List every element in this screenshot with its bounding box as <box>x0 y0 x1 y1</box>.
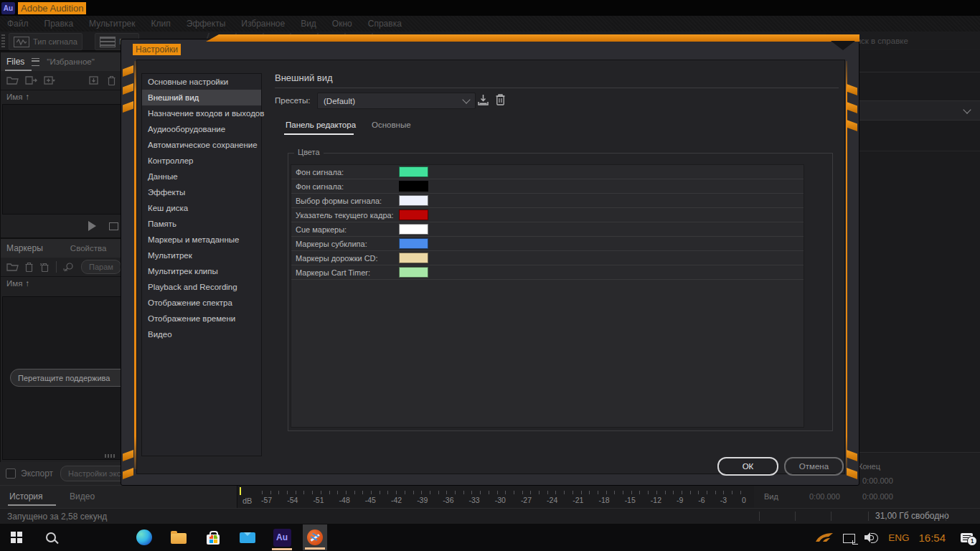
color-swatch[interactable] <box>399 209 428 220</box>
category-item[interactable]: Автоматическое сохранение <box>142 137 261 153</box>
play-icon[interactable] <box>88 221 96 231</box>
color-swatch[interactable] <box>399 224 428 235</box>
color-row[interactable]: Фон сигнала: <box>291 165 804 179</box>
store-button[interactable] <box>201 524 225 551</box>
menu-window[interactable]: Окно <box>332 19 352 29</box>
panel-menu-icon[interactable] <box>32 58 39 66</box>
menu-effects[interactable]: Эффекты <box>187 19 226 29</box>
menu-multitrack[interactable]: Мультитрек <box>89 19 135 29</box>
category-item[interactable]: Контроллер <box>142 153 261 169</box>
screen-recorder-icon <box>307 529 323 545</box>
category-item[interactable]: Отображение спектра <box>142 295 261 311</box>
tab-editor-panel[interactable]: Панель редактора <box>286 121 356 129</box>
category-item[interactable]: Эффекты <box>142 184 261 200</box>
divider <box>56 261 57 273</box>
tab-properties[interactable]: Свойства <box>70 244 107 253</box>
menu-edit[interactable]: Правка <box>44 19 74 29</box>
system-tray: ENG 16:54 1 <box>815 532 980 544</box>
language-indicator[interactable]: ENG <box>888 532 909 543</box>
preset-select[interactable]: (Default) <box>317 93 476 109</box>
edge-browser-icon <box>136 529 152 545</box>
menu-clip[interactable]: Клип <box>151 19 171 29</box>
recorder-taskbar-button[interactable] <box>303 524 327 550</box>
start-button[interactable] <box>4 524 29 551</box>
tab-favorites[interactable]: "Избранное" <box>47 57 94 66</box>
delete-preset-icon[interactable] <box>496 94 505 105</box>
menu-file[interactable]: Файл <box>7 19 29 29</box>
menu-view[interactable]: Вид <box>301 19 316 29</box>
color-swatch[interactable] <box>399 181 428 192</box>
notifications-icon[interactable]: 1 <box>961 533 973 542</box>
meter-ticks <box>262 491 744 494</box>
color-swatch[interactable] <box>399 195 428 206</box>
color-row[interactable]: Выбор формы сигнала: <box>291 194 804 208</box>
menubar: Файл Правка Мультитрек Клип Эффекты Избр… <box>0 16 980 32</box>
category-item[interactable]: Аудиооборудование <box>142 121 261 137</box>
ok-button[interactable]: ОК <box>717 457 778 476</box>
category-item-selected[interactable]: Внешний вид <box>142 90 261 105</box>
category-item[interactable]: Playback and Recording <box>142 279 261 295</box>
category-item[interactable]: Кеш диска <box>142 200 261 216</box>
taskbar-search-button[interactable] <box>39 524 63 551</box>
files-name-column[interactable]: Имя↑ <box>1 90 130 103</box>
save-preset-icon[interactable] <box>477 94 489 106</box>
menu-favorites[interactable]: Избранное <box>241 19 285 29</box>
mail-button[interactable] <box>235 524 260 551</box>
color-row[interactable]: Маркеры Cart Timer: <box>291 265 804 280</box>
waveform-view-button[interactable]: Тип сигнала <box>9 33 83 50</box>
tab-video[interactable]: Видео <box>70 491 95 501</box>
tab-markers[interactable]: Маркеры <box>6 243 43 253</box>
app-title: Adobe Audition <box>18 2 86 14</box>
export-checkbox[interactable] <box>6 468 16 479</box>
color-swatch[interactable] <box>399 238 428 249</box>
volume-icon[interactable] <box>864 532 879 543</box>
tab-general[interactable]: Основные <box>372 121 411 129</box>
category-item[interactable]: Отображение времени <box>142 311 261 326</box>
category-item[interactable]: Мультитрек <box>142 248 261 263</box>
category-item[interactable]: Мультитрек клипы <box>142 263 261 279</box>
category-item[interactable]: Назначение входов и выходов <box>142 105 261 121</box>
audition-taskbar-button[interactable]: Au <box>270 524 294 551</box>
insert-marker-icon[interactable] <box>6 263 19 271</box>
edge-button[interactable] <box>132 524 156 551</box>
color-swatch[interactable] <box>399 166 428 177</box>
save-all-icon[interactable] <box>89 76 101 85</box>
import-file-icon[interactable] <box>25 76 37 85</box>
zoom-to-marker-icon[interactable] <box>63 263 75 272</box>
export-settings-button[interactable]: Настройки экс <box>60 466 128 481</box>
menu-help[interactable]: Справка <box>368 19 402 29</box>
trash-icon[interactable] <box>108 76 116 85</box>
meter-peak-indicator <box>240 487 241 495</box>
cancel-button[interactable]: Отмена <box>784 457 844 476</box>
tab-history[interactable]: История <box>9 491 43 501</box>
color-row[interactable]: Cue маркеры: <box>291 222 804 237</box>
color-row[interactable]: Фон сигнала: <box>291 179 804 194</box>
delete-marker-icon[interactable] <box>25 263 33 272</box>
rog-icon[interactable] <box>815 532 834 543</box>
delete-all-markers-icon[interactable] <box>39 263 50 272</box>
color-swatch[interactable] <box>399 253 428 263</box>
color-row[interactable]: Маркеры дорожки CD: <box>291 251 804 265</box>
marker-params-button[interactable]: Парам <box>81 260 121 274</box>
toolbar-grip[interactable] <box>1 34 5 47</box>
level-meter[interactable]: dB -57-54-51 -48-45-42 -39-36-33 -30-27-… <box>237 485 754 509</box>
loop-playback-icon[interactable] <box>109 222 118 230</box>
color-row[interactable]: Указатель текущего кадра: <box>291 208 804 222</box>
network-icon[interactable] <box>843 534 855 543</box>
tab-files[interactable]: Files <box>6 57 24 67</box>
open-folder-icon[interactable] <box>6 76 19 85</box>
category-item[interactable]: Память <box>142 216 261 232</box>
right-panel-dropdown[interactable] <box>858 100 980 121</box>
scroll-grip[interactable] <box>105 454 116 458</box>
color-swatch[interactable] <box>399 267 428 278</box>
color-row[interactable]: Маркеры субклипа: <box>291 237 804 251</box>
markers-name-column[interactable]: Имя↑ <box>1 277 130 290</box>
new-item-icon[interactable] <box>44 76 56 85</box>
category-item[interactable]: Маркеры и метаданные <box>142 232 261 248</box>
category-item[interactable]: Основные настройки <box>142 74 261 90</box>
file-explorer-button[interactable] <box>166 524 191 551</box>
active-tab-underline <box>8 504 56 506</box>
clock[interactable]: 16:54 <box>918 532 946 544</box>
category-item[interactable]: Данные <box>142 169 261 184</box>
category-item[interactable]: Видео <box>142 326 261 342</box>
